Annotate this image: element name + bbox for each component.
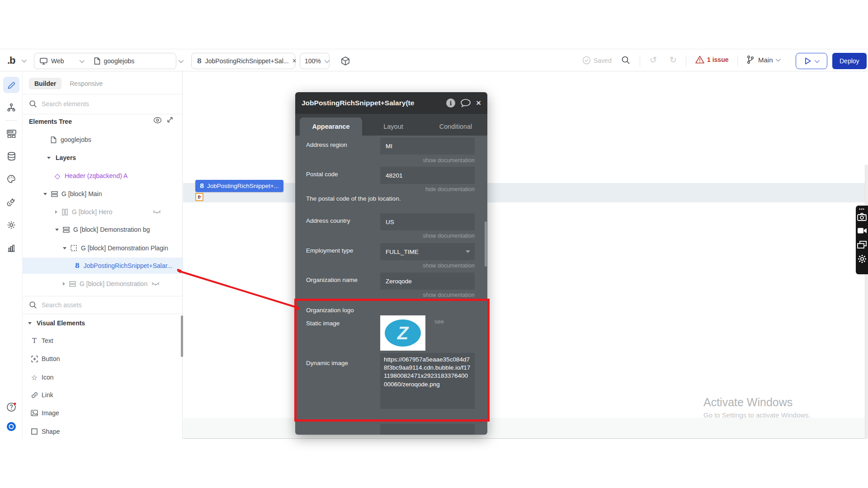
data-tab-button[interactable] bbox=[3, 148, 19, 164]
plugin-element-badge[interactable]: fr bbox=[195, 193, 203, 201]
close-icon[interactable]: × bbox=[476, 98, 481, 108]
hidden-element-icon bbox=[153, 210, 161, 214]
address-region-input[interactable]: MI bbox=[380, 137, 475, 155]
next-field-input[interactable] bbox=[380, 424, 475, 435]
styles-tab-button[interactable] bbox=[3, 171, 19, 187]
asset-item-image[interactable]: Image bbox=[23, 406, 183, 420]
tree-row-demonstration-bg[interactable]: G [block] Demonstration bg bbox=[23, 223, 183, 236]
gear-icon bbox=[858, 254, 867, 263]
undo-button[interactable]: ↺ bbox=[650, 55, 657, 65]
reusables-tab-button[interactable] bbox=[3, 126, 19, 142]
dynamic-image-input[interactable]: https://067957a5eaae35c084d78f3bc9aa9114… bbox=[380, 353, 475, 409]
organization-name-input[interactable]: Zeroqode bbox=[380, 272, 475, 290]
tab-builder[interactable]: Builder bbox=[29, 78, 61, 89]
deploy-button[interactable]: Deploy bbox=[832, 53, 867, 69]
doc-link[interactable]: show documentation bbox=[306, 233, 475, 239]
square-icon bbox=[30, 428, 38, 435]
tree-row-header[interactable]: ◇ Header (zqbackend) A bbox=[23, 169, 183, 183]
search-elements-input[interactable] bbox=[42, 100, 150, 108]
toggle-visibility-icon[interactable] bbox=[153, 117, 162, 123]
address-country-input[interactable]: US bbox=[380, 213, 475, 230]
static-image-label: Static image bbox=[306, 320, 340, 327]
tab-conditional[interactable]: Conditional bbox=[425, 117, 487, 136]
tab-appearance[interactable]: Appearance bbox=[300, 117, 362, 136]
visual-elements-section[interactable]: Visual Elements bbox=[23, 316, 183, 330]
preview-button[interactable] bbox=[796, 53, 827, 69]
screenshot-button[interactable] bbox=[856, 213, 868, 221]
close-tab-icon[interactable]: × bbox=[292, 57, 297, 65]
expand-all-icon[interactable] bbox=[166, 116, 174, 123]
asset-item-text[interactable]: T Text bbox=[23, 334, 183, 347]
plugins-tab-button[interactable] bbox=[3, 194, 19, 210]
issues-button[interactable]: 1 issue bbox=[695, 56, 728, 64]
caret-right-icon[interactable] bbox=[55, 210, 57, 214]
mode-dropdown[interactable]: Web bbox=[34, 53, 89, 69]
search-icon bbox=[29, 100, 37, 108]
sitemap-icon bbox=[7, 103, 16, 112]
tab-responsive[interactable]: Responsive bbox=[64, 78, 108, 89]
popup-scrollbar[interactable] bbox=[485, 221, 487, 267]
assistant-button[interactable] bbox=[3, 418, 19, 435]
property-editor-tabs: Appearance Layout Conditional bbox=[295, 114, 487, 136]
toolbar-more-button[interactable]: ••• bbox=[856, 207, 868, 211]
caret-down-icon[interactable] bbox=[47, 157, 51, 159]
property-editor-header[interactable]: JobPostingRichSnippet+Salary(te i × bbox=[295, 92, 487, 114]
windows-button[interactable] bbox=[856, 241, 868, 249]
component-library-button[interactable] bbox=[340, 56, 350, 66]
capture-settings-button[interactable] bbox=[856, 254, 868, 263]
caret-right-icon[interactable] bbox=[63, 282, 65, 286]
selected-element-label[interactable]: 8 JobPostingRichSnippet+... bbox=[195, 180, 283, 192]
help-button[interactable] bbox=[3, 399, 19, 415]
deploy-label: Deploy bbox=[840, 57, 859, 65]
asset-item-icon[interactable]: ☆ Icon bbox=[23, 371, 183, 384]
asset-item-shape[interactable]: Shape bbox=[23, 425, 183, 438]
issues-label: 1 issue bbox=[707, 56, 728, 63]
asset-item-button[interactable]: Button bbox=[23, 352, 183, 366]
asset-item-link[interactable]: Link bbox=[23, 388, 183, 402]
tree-row-demonstration[interactable]: G [block] Demonstration bbox=[23, 277, 183, 291]
workflow-tab-button[interactable] bbox=[3, 99, 19, 116]
comment-icon[interactable] bbox=[461, 99, 471, 107]
divider bbox=[686, 56, 686, 66]
branch-dropdown[interactable]: Main bbox=[746, 55, 779, 64]
divider bbox=[23, 314, 182, 314]
record-button[interactable] bbox=[856, 227, 868, 234]
tree-row-page[interactable]: googlejobs bbox=[23, 133, 183, 146]
page-icon bbox=[94, 57, 100, 65]
static-image-thumbnail[interactable]: Z bbox=[380, 315, 425, 351]
tree-row-hero[interactable]: G [block] Hero bbox=[23, 205, 183, 219]
logs-tab-button[interactable] bbox=[3, 240, 19, 256]
caret-down-icon[interactable] bbox=[55, 229, 59, 231]
settings-tab-button[interactable] bbox=[3, 217, 19, 233]
employment-type-dropdown[interactable]: FULL_TIME bbox=[380, 243, 475, 260]
page-dropdown[interactable]: googlejobs bbox=[89, 53, 188, 69]
info-icon[interactable]: i bbox=[446, 99, 455, 108]
caret-down-icon[interactable] bbox=[43, 193, 47, 195]
doc-link[interactable]: show documentation bbox=[306, 292, 475, 298]
caret-down-icon[interactable] bbox=[63, 247, 66, 249]
tree-row-layers[interactable]: Layers bbox=[23, 151, 183, 164]
caret-down-icon[interactable] bbox=[28, 322, 32, 324]
page-name: googlejobs bbox=[104, 57, 135, 65]
postal-code-input[interactable]: 48201 bbox=[380, 167, 475, 184]
search-assets-input[interactable] bbox=[42, 301, 150, 309]
see-link[interactable]: see bbox=[434, 318, 444, 325]
redo-button[interactable]: ↻ bbox=[670, 55, 677, 65]
tree-row-demonstration-plagin[interactable]: G [block] Demonstration Plagin bbox=[23, 241, 183, 255]
bubble-logo-menu[interactable]: .b bbox=[7, 53, 25, 68]
design-tab-button[interactable] bbox=[3, 77, 19, 93]
tab-layout[interactable]: Layout bbox=[362, 117, 425, 136]
chevron-down-icon bbox=[325, 58, 330, 63]
element-tab[interactable]: 8 JobPostingRichSnippet+Sal... × bbox=[191, 53, 295, 69]
doc-link[interactable]: show documentation bbox=[306, 157, 475, 164]
field-description: The postal code of the job location. bbox=[306, 195, 401, 202]
zoom-dropdown[interactable]: 100% bbox=[300, 53, 330, 69]
doc-link[interactable]: hide documentation bbox=[306, 186, 475, 192]
panel-scrollbar[interactable] bbox=[181, 315, 183, 357]
search-button[interactable] bbox=[621, 56, 630, 65]
tree-row-jobposting-selected[interactable]: 8 JobPostingRichSnippet+Salar... bbox=[23, 258, 183, 274]
doc-link[interactable]: show documentation bbox=[306, 263, 475, 269]
tree-row-main[interactable]: G [block] Main bbox=[23, 187, 183, 201]
canvas-element-band[interactable] bbox=[183, 183, 868, 202]
field-label: Address region bbox=[306, 141, 347, 148]
